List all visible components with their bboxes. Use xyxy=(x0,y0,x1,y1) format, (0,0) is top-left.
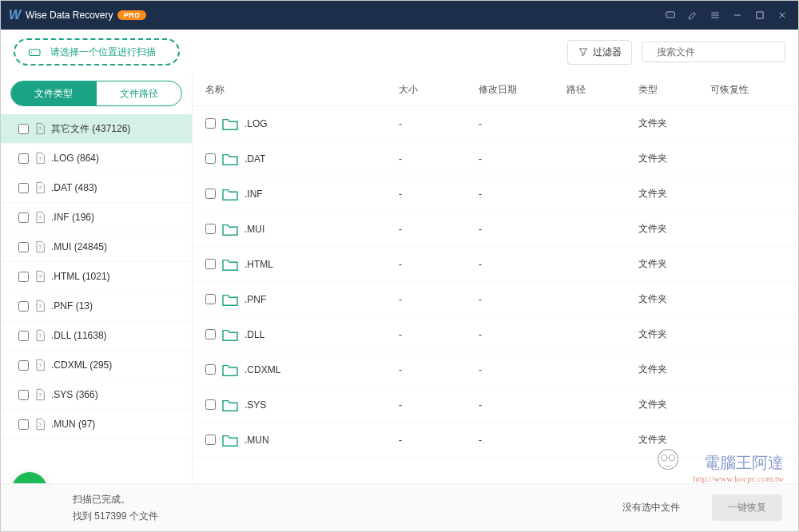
col-header-recoverability[interactable]: 可恢复性 xyxy=(710,83,792,97)
row-size: - xyxy=(399,399,479,411)
file-icon: ? xyxy=(34,387,46,402)
sidebar-item-checkbox[interactable] xyxy=(18,124,29,134)
sidebar-item[interactable]: ?.MUN (97) xyxy=(1,410,192,439)
edit-icon[interactable] xyxy=(682,4,704,26)
row-size: - xyxy=(399,153,479,165)
folder-icon xyxy=(221,328,239,342)
col-header-size[interactable]: 大小 xyxy=(399,83,479,97)
row-checkbox[interactable] xyxy=(205,189,216,199)
table-row[interactable]: .HTML--文件夹 xyxy=(193,247,798,282)
sidebar-item-label: 其它文件 (437126) xyxy=(51,122,130,136)
sidebar-item[interactable]: ?.PNF (13) xyxy=(1,292,192,321)
recover-button[interactable]: 一键恢复 xyxy=(712,494,782,521)
scan-location-selector[interactable]: 请选择一个位置进行扫描 xyxy=(14,38,180,66)
sidebar-item-label: .INF (196) xyxy=(51,212,94,223)
row-date: - xyxy=(479,435,566,446)
sidebar-item[interactable]: ?.MUI (24845) xyxy=(1,232,192,262)
file-icon: ? xyxy=(34,299,46,313)
search-box[interactable] xyxy=(642,42,785,62)
row-size: - xyxy=(399,189,479,200)
row-type: 文件夹 xyxy=(638,363,710,376)
tab-file-type[interactable]: 文件类型 xyxy=(11,81,97,105)
titlebar: W Wise Data Recovery PRO xyxy=(1,1,798,30)
sidebar-item-checkbox[interactable] xyxy=(18,390,29,400)
table-row[interactable]: .SYS--文件夹 xyxy=(193,387,798,423)
status-line2: 找到 517399 个文件 xyxy=(73,508,158,524)
sidebar-list[interactable]: ?其它文件 (437126)?.LOG (864)?.DAT (483)?.IN… xyxy=(1,111,192,483)
sidebar-item-label: .DAT (483) xyxy=(51,182,97,193)
col-header-name[interactable]: 名称 xyxy=(199,83,399,97)
row-type: 文件夹 xyxy=(638,292,710,306)
sidebar-item-label: .LOG (864) xyxy=(51,153,99,164)
drive-icon xyxy=(28,45,42,59)
sidebar-item-checkbox[interactable] xyxy=(18,419,29,430)
sidebar-item[interactable]: ?.INF (196) xyxy=(1,203,192,232)
filter-button[interactable]: 过滤器 xyxy=(567,40,632,65)
table-row[interactable]: .PNF--文件夹 xyxy=(193,282,798,317)
sidebar-item[interactable]: ?.SYS (366) xyxy=(1,380,192,410)
row-checkbox[interactable] xyxy=(205,435,216,445)
maximize-button[interactable] xyxy=(749,4,771,26)
table-row[interactable]: .DLL--文件夹 xyxy=(193,317,798,352)
sidebar-item[interactable]: ?.CDXML (295) xyxy=(1,351,192,380)
row-checkbox[interactable] xyxy=(205,294,216,304)
row-type: 文件夹 xyxy=(638,152,710,165)
sidebar-item-checkbox[interactable] xyxy=(18,212,29,223)
file-icon: ? xyxy=(34,151,46,165)
row-name: .SYS xyxy=(244,399,266,411)
sidebar-item-checkbox[interactable] xyxy=(18,153,29,164)
content-area: 文件类型 文件路径 ?其它文件 (437126)?.LOG (864)?.DAT… xyxy=(1,74,798,483)
col-header-path[interactable]: 路径 xyxy=(566,83,638,97)
row-size: - xyxy=(399,294,479,305)
table-row[interactable]: .INF--文件夹 xyxy=(193,177,798,212)
row-checkbox[interactable] xyxy=(205,153,216,164)
row-type: 文件夹 xyxy=(638,257,710,271)
file-icon: ? xyxy=(34,358,46,372)
col-header-type[interactable]: 类型 xyxy=(638,83,710,97)
selection-info: 没有选中文件 xyxy=(622,501,680,514)
status-text: 扫描已完成。 找到 517399 个文件 xyxy=(73,491,158,524)
sidebar-item-checkbox[interactable] xyxy=(18,301,29,312)
file-icon: ? xyxy=(34,240,46,254)
svg-text:?: ? xyxy=(38,422,42,427)
table-row[interactable]: .MUI--文件夹 xyxy=(193,212,798,247)
row-type: 文件夹 xyxy=(638,222,710,236)
sidebar-item-checkbox[interactable] xyxy=(18,360,29,371)
table-row[interactable]: .MUN--文件夹 xyxy=(193,423,798,458)
search-input[interactable] xyxy=(657,46,777,58)
table-row[interactable]: .LOG--文件夹 xyxy=(193,106,798,141)
row-date: - xyxy=(479,329,566,340)
row-checkbox[interactable] xyxy=(205,364,216,375)
sidebar: 文件类型 文件路径 ?其它文件 (437126)?.LOG (864)?.DAT… xyxy=(1,74,193,483)
app-logo-icon: W xyxy=(9,8,21,22)
sidebar-item[interactable]: ?其它文件 (437126) xyxy=(1,114,192,144)
menu-icon[interactable] xyxy=(704,4,726,26)
row-name: .MUN xyxy=(244,435,269,446)
close-button[interactable] xyxy=(771,4,793,26)
sidebar-item-checkbox[interactable] xyxy=(18,331,29,341)
sidebar-item[interactable]: ?.DLL (11638) xyxy=(1,321,192,351)
row-checkbox[interactable] xyxy=(205,399,216,410)
table-row[interactable]: .CDXML--文件夹 xyxy=(193,352,798,387)
row-checkbox[interactable] xyxy=(205,224,216,234)
row-checkbox[interactable] xyxy=(205,259,216,269)
sidebar-item[interactable]: ?.LOG (864) xyxy=(1,144,192,173)
sidebar-item[interactable]: ?.HTML (1021) xyxy=(1,262,192,292)
search-icon xyxy=(650,46,652,58)
sidebar-item-checkbox[interactable] xyxy=(18,242,29,252)
tab-file-path[interactable]: 文件路径 xyxy=(97,81,182,105)
sidebar-item-label: .DLL (11638) xyxy=(51,330,107,341)
row-name: .INF xyxy=(244,189,263,200)
table-row[interactable]: .DAT--文件夹 xyxy=(193,141,798,177)
col-header-date[interactable]: 修改日期 xyxy=(479,83,566,97)
sidebar-item-checkbox[interactable] xyxy=(18,272,29,282)
file-icon: ? xyxy=(34,121,46,136)
sidebar-item-label: .MUN (97) xyxy=(51,419,95,430)
table-body[interactable]: .LOG--文件夹.DAT--文件夹.INF--文件夹.MUI--文件夹.HTM… xyxy=(193,106,798,483)
row-checkbox[interactable] xyxy=(205,329,216,339)
minimize-button[interactable] xyxy=(726,4,749,26)
feedback-icon[interactable] xyxy=(659,4,682,26)
row-checkbox[interactable] xyxy=(205,118,216,129)
sidebar-item-checkbox[interactable] xyxy=(18,183,29,193)
sidebar-item[interactable]: ?.DAT (483) xyxy=(1,173,192,203)
